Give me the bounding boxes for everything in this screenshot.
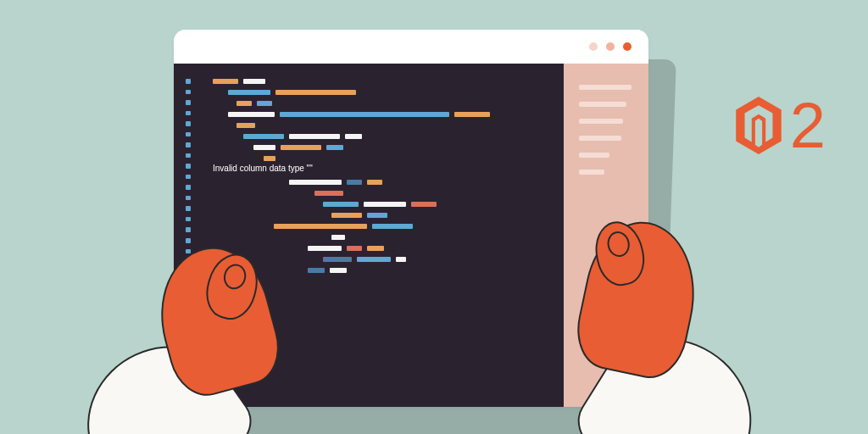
- titlebar: [174, 30, 648, 64]
- window-control-close-icon[interactable]: [623, 42, 632, 51]
- window-control-min-icon[interactable]: [589, 42, 598, 51]
- error-message: Invalid column data type "": [213, 164, 547, 173]
- minimap-line: [579, 170, 604, 175]
- code-content: [213, 79, 547, 161]
- minimap-line: [579, 153, 609, 158]
- illustration-hand-left: [110, 214, 297, 434]
- minimap-line: [579, 136, 621, 141]
- minimap-line: [579, 102, 626, 107]
- magento-icon: [732, 95, 785, 156]
- minimap-line: [579, 85, 632, 90]
- window-control-max-icon[interactable]: [606, 42, 615, 51]
- version-number: 2: [790, 93, 826, 158]
- minimap-line: [579, 119, 623, 124]
- magento-logo: 2: [732, 93, 826, 158]
- illustration-hand-right: [550, 180, 720, 434]
